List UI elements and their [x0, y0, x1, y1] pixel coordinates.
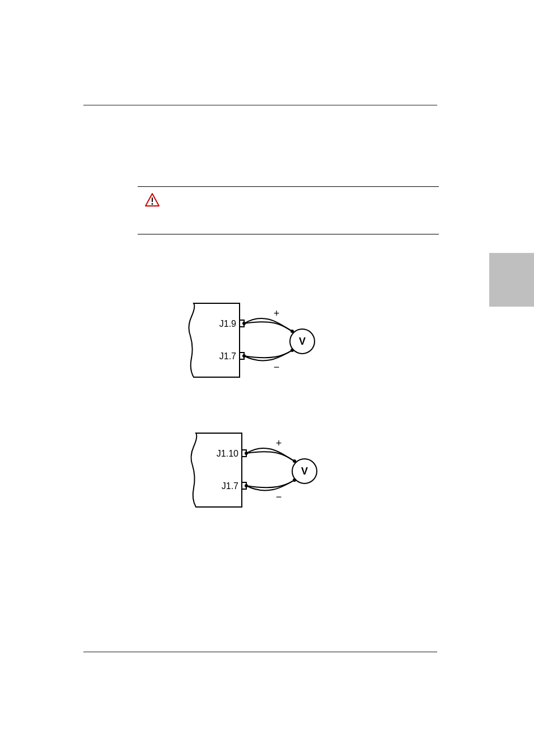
wire-top-a: [244, 318, 292, 331]
diagram-2-svg: V + − J1.10 J1.7: [188, 432, 334, 510]
polarity-minus-icon: −: [274, 361, 280, 373]
wire-top-a: [246, 448, 294, 461]
voltmeter-label: V: [301, 466, 308, 477]
svg-point-1: [152, 203, 153, 205]
wire-bottom-b: [246, 480, 294, 487]
wire-top-b: [244, 322, 292, 331]
voltmeter-label: V: [299, 336, 306, 347]
page-container: V + − J1.9 J1.7 V + − J1.10: [0, 0, 534, 756]
pin-top-label: J1.10: [217, 449, 238, 458]
dot-pin-top: [245, 452, 248, 455]
polarity-plus-icon: +: [276, 438, 282, 449]
diagram-2: V + − J1.10 J1.7: [188, 432, 334, 510]
wire-bottom-a: [244, 350, 292, 361]
note-rule-bottom: [138, 234, 439, 234]
warning-triangle-icon: [144, 192, 160, 207]
dot-pin-bottom: [245, 484, 248, 487]
polarity-plus-icon: +: [274, 308, 280, 319]
note-rule-top: [138, 186, 439, 187]
wire-top-b: [246, 452, 294, 461]
pin-bottom-label: J1.7: [219, 351, 236, 361]
bottom-rule: [83, 651, 437, 652]
dot-pin-bottom: [242, 354, 246, 358]
connector-block: [189, 303, 240, 377]
wire-bottom-b: [244, 350, 292, 358]
dot-pin-top: [242, 322, 246, 325]
pin-top-label: J1.9: [219, 319, 236, 328]
pin-bottom-label: J1.7: [222, 481, 238, 491]
side-tab: [489, 253, 534, 307]
connector-block: [191, 433, 242, 507]
diagram-1: V + − J1.9 J1.7: [188, 302, 334, 381]
diagram-1-svg: V + − J1.9 J1.7: [188, 302, 334, 381]
polarity-minus-icon: −: [276, 491, 282, 503]
top-rule: [83, 105, 437, 106]
wire-bottom-a: [246, 480, 294, 491]
